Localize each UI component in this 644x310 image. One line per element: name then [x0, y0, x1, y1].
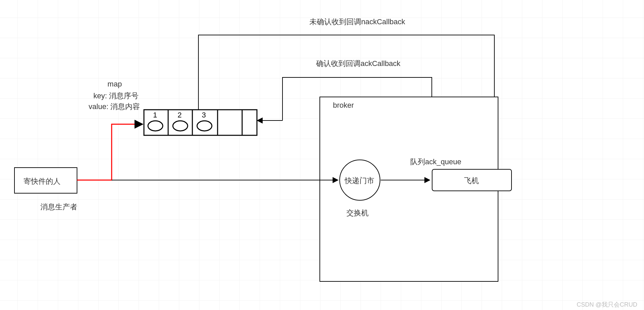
- exchange-sub-label: 交换机: [346, 208, 369, 218]
- cell-num-1: 1: [153, 111, 157, 119]
- exchange-circle-label: 快递门市: [345, 176, 374, 186]
- queue-title-label: 队列ack_queue: [410, 157, 461, 167]
- watermark: CSDN @我只会CRUD: [577, 301, 637, 309]
- map-key: key: 消息序号: [74, 91, 158, 101]
- producer-sub-label: 消息生产者: [40, 202, 77, 212]
- arrow-producer-to-map: [77, 124, 143, 180]
- map-title: map: [89, 80, 140, 89]
- cell-num-2: 2: [178, 111, 182, 119]
- sender-box-label: 寄快件的人: [24, 176, 61, 186]
- map-value: value: 消息内容: [67, 102, 161, 112]
- queue-box-label: 飞机: [464, 176, 479, 186]
- nack-label: 未确认收到回调nackCallback: [309, 17, 405, 27]
- broker-label: broker: [333, 101, 354, 110]
- cell-num-3: 3: [202, 111, 206, 119]
- ack-label: 确认收到回调ackCallback: [316, 59, 401, 69]
- diagram-svg: 1 2 3: [0, 0, 644, 310]
